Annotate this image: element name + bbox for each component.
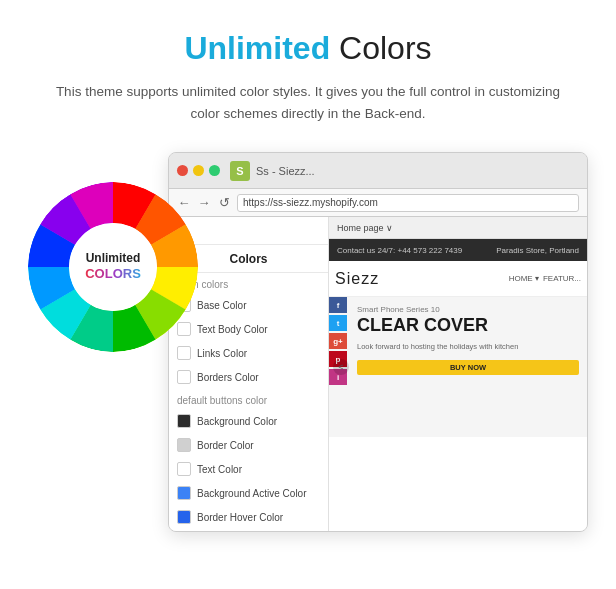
hero-title: CLEAR COVER bbox=[357, 316, 579, 336]
svg-text:Unlimited: Unlimited bbox=[86, 251, 141, 265]
browser-body: < Colors main colors Base Color Text Bod… bbox=[169, 217, 587, 532]
site-logo: Siezz bbox=[335, 270, 379, 288]
facebook-btn[interactable]: f bbox=[329, 297, 347, 313]
buy-now-button[interactable]: BUY NOW bbox=[357, 360, 579, 375]
forward-btn[interactable]: → bbox=[197, 196, 211, 210]
color-item-label: Background Active Color bbox=[197, 488, 307, 499]
minimize-btn[interactable] bbox=[193, 165, 204, 176]
content-row: Unlimited COLORS bbox=[20, 152, 596, 532]
headline-bold: Unlimited bbox=[184, 30, 330, 66]
shopify-icon: S bbox=[230, 161, 250, 181]
topbar-contact: Contact us 24/7: +44 573 222 7439 bbox=[337, 246, 462, 255]
color-item-label: Text Color bbox=[197, 464, 242, 475]
refresh-btn[interactable]: ↺ bbox=[217, 196, 231, 210]
hero-eyebrow: Smart Phone Series 10 bbox=[357, 305, 579, 314]
color-item-label: Border Color bbox=[197, 440, 254, 451]
address-text: https://ss-siezz.myshopify.com bbox=[243, 197, 378, 208]
color-swatch bbox=[177, 438, 191, 452]
subtitle: This theme supports unlimited color styl… bbox=[48, 81, 568, 124]
twitter-btn[interactable]: t bbox=[329, 315, 347, 331]
color-item-label: Base Color bbox=[197, 300, 246, 311]
nav-links: HOME ▾ FEATUR... bbox=[509, 274, 581, 283]
tab-title: Ss - Siezz... bbox=[256, 165, 579, 177]
color-item-label: Border Hover Color bbox=[197, 512, 283, 523]
color-swatch bbox=[177, 370, 191, 384]
browser-mockup: S Ss - Siezz... ← → ↺ https://ss-siezz.m… bbox=[168, 152, 588, 532]
color-swatch bbox=[177, 510, 191, 524]
traffic-lights bbox=[177, 165, 220, 176]
color-item-label: Links Color bbox=[197, 348, 247, 359]
list-item[interactable]: Text Color bbox=[169, 457, 328, 481]
home-page-label: Home page ∨ bbox=[337, 223, 393, 233]
list-item[interactable]: Background Color bbox=[169, 409, 328, 433]
list-item[interactable]: Border Color bbox=[169, 433, 328, 457]
page-selector: Home page ∨ bbox=[329, 217, 587, 239]
color-wheel-wrapper: Unlimited COLORS bbox=[28, 182, 198, 352]
color-item-label: Text Body Color bbox=[197, 324, 268, 335]
address-bar-row: ← → ↺ https://ss-siezz.myshopify.com bbox=[169, 189, 587, 217]
list-item[interactable]: Borders Color bbox=[169, 365, 328, 389]
color-wheel-svg: Unlimited COLORS bbox=[28, 182, 198, 352]
address-input[interactable]: https://ss-siezz.myshopify.com bbox=[237, 194, 579, 212]
color-swatch bbox=[177, 414, 191, 428]
nav-feature[interactable]: FEATUR... bbox=[543, 274, 581, 283]
hero-area: Smart Phone Series 10 CLEAR COVER Look f… bbox=[329, 297, 587, 437]
page-title: Unlimited Colors bbox=[184, 30, 431, 67]
svg-text:COLORS: COLORS bbox=[85, 266, 141, 281]
list-item[interactable]: Border Hover Color bbox=[169, 505, 328, 529]
hero-desc: Look forward to hosting the holidays wit… bbox=[357, 342, 537, 353]
color-swatch bbox=[177, 486, 191, 500]
color-swatch bbox=[177, 462, 191, 476]
googleplus-btn[interactable]: g+ bbox=[329, 333, 347, 349]
browser-chrome: S Ss - Siezz... bbox=[169, 153, 587, 189]
page-container: Unlimited Colors This theme supports unl… bbox=[0, 0, 616, 589]
color-item-label: Borders Color bbox=[197, 372, 259, 383]
close-btn[interactable] bbox=[177, 165, 188, 176]
color-item-label: Background Color bbox=[197, 416, 277, 427]
slider-prev-btn[interactable]: < bbox=[333, 359, 349, 375]
topbar-location: Paradis Store, Portland bbox=[496, 246, 579, 255]
site-nav: Siezz HOME ▾ FEATUR... bbox=[329, 261, 587, 297]
nav-home[interactable]: HOME ▾ bbox=[509, 274, 539, 283]
site-topbar: Contact us 24/7: +44 573 222 7439 Paradi… bbox=[329, 239, 587, 261]
default-buttons-label: default buttons color bbox=[169, 389, 328, 409]
maximize-btn[interactable] bbox=[209, 165, 220, 176]
list-item[interactable]: Background Active Color bbox=[169, 481, 328, 505]
site-preview: Home page ∨ Contact us 24/7: +44 573 222… bbox=[329, 217, 587, 532]
